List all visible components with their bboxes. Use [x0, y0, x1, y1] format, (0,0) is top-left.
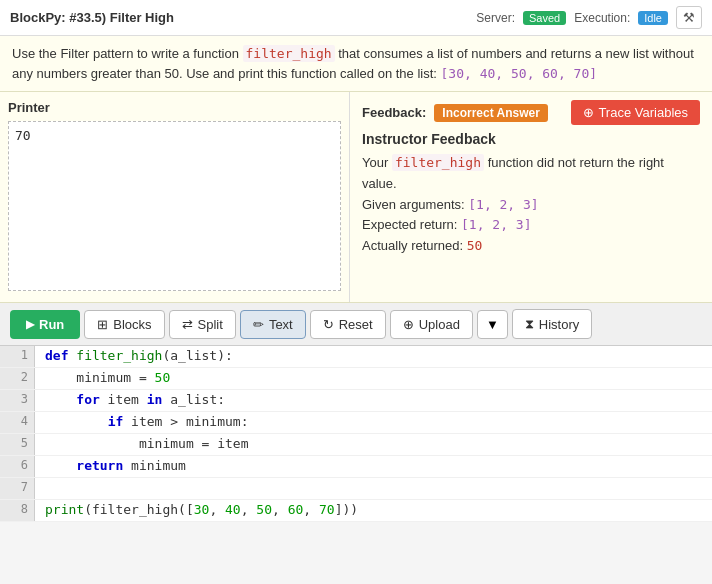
- feedback-code-fn: filter_high: [392, 154, 484, 171]
- line-content-6: return minimum: [35, 456, 196, 477]
- code-line-3: 3 for item in a_list:: [0, 390, 712, 412]
- split-button[interactable]: ⇄ Split: [169, 310, 236, 339]
- code-line-5: 5 minimum = item: [0, 434, 712, 456]
- line-content-5: minimum = item: [35, 434, 259, 455]
- server-info: Server: Saved Execution: Idle ⚒: [476, 6, 702, 29]
- feedback-text: Your filter_high function did not return…: [362, 153, 700, 257]
- split-label: Split: [198, 317, 223, 332]
- line-number-3: 3: [0, 390, 35, 411]
- returned-code: 50: [467, 238, 483, 253]
- line-content-1: def filter_high(a_list):: [35, 346, 243, 367]
- instructor-feedback-title: Instructor Feedback: [362, 131, 700, 147]
- top-bar: BlockPy: #33.5) Filter High Server: Save…: [0, 0, 712, 36]
- server-label: Server:: [476, 11, 515, 25]
- code-line-2: 2 minimum = 50: [0, 368, 712, 390]
- line-number-6: 6: [0, 456, 35, 477]
- blocks-icon: ⊞: [97, 317, 108, 332]
- description-list-code: [30, 40, 50, 60, 70]: [441, 66, 598, 81]
- given-args-label: Given arguments:: [362, 197, 465, 212]
- description-code-fn: filter_high: [243, 45, 335, 62]
- line-number-8: 8: [0, 500, 35, 521]
- line-content-4: if item > minimum:: [35, 412, 259, 433]
- feedback-label: Feedback:: [362, 105, 426, 120]
- description-text-before: Use the Filter pattern to write a functi…: [12, 46, 239, 61]
- line-content-3: for item in a_list:: [35, 390, 235, 411]
- reset-icon: ↻: [323, 317, 334, 332]
- printer-title: Printer: [8, 100, 341, 115]
- run-label: Run: [39, 317, 64, 332]
- feedback-text1: Your: [362, 155, 388, 170]
- printer-panel: Printer 70: [0, 92, 350, 302]
- upload-label: Upload: [419, 317, 460, 332]
- code-line-6: 6 return minimum: [0, 456, 712, 478]
- toolbar: Run ⊞ Blocks ⇄ Split ✏ Text ↻ Reset ⊕ Up…: [0, 303, 712, 346]
- execution-badge: Idle: [638, 11, 668, 25]
- code-line-1: 1 def filter_high(a_list):: [0, 346, 712, 368]
- text-label: Text: [269, 317, 293, 332]
- run-button[interactable]: Run: [10, 310, 80, 339]
- history-icon: ⧗: [525, 316, 534, 332]
- history-label: History: [539, 317, 579, 332]
- reset-button[interactable]: ↻ Reset: [310, 310, 386, 339]
- feedback-header: Feedback: Incorrect Answer ⊕ Trace Varia…: [362, 100, 700, 125]
- feedback-panel: Feedback: Incorrect Answer ⊕ Trace Varia…: [350, 92, 712, 302]
- history-button[interactable]: ⧗ History: [512, 309, 592, 339]
- code-editor[interactable]: 1 def filter_high(a_list): 2 minimum = 5…: [0, 346, 712, 522]
- line-number-5: 5: [0, 434, 35, 455]
- text-icon: ✏: [253, 317, 264, 332]
- expected-label: Expected return:: [362, 217, 457, 232]
- line-number-7: 7: [0, 478, 35, 499]
- plus-icon: ⊕: [583, 105, 594, 120]
- code-line-7: 7: [0, 478, 712, 500]
- blocks-button[interactable]: ⊞ Blocks: [84, 310, 164, 339]
- page-title: BlockPy: #33.5) Filter High: [10, 10, 174, 25]
- blocks-label: Blocks: [113, 317, 151, 332]
- trace-variables-button[interactable]: ⊕ Trace Variables: [571, 100, 700, 125]
- trace-btn-label: Trace Variables: [598, 105, 688, 120]
- line-number-4: 4: [0, 412, 35, 433]
- line-content-2: minimum = 50: [35, 368, 180, 389]
- feedback-badge: Incorrect Answer: [434, 104, 548, 122]
- upload-icon: ⊕: [403, 317, 414, 332]
- reset-label: Reset: [339, 317, 373, 332]
- line-content-7: [35, 478, 63, 499]
- line-number-1: 1: [0, 346, 35, 367]
- expected-code: [1, 2, 3]: [461, 217, 531, 232]
- middle-section: Printer 70 Feedback: Incorrect Answer ⊕ …: [0, 92, 712, 303]
- printer-output[interactable]: 70: [8, 121, 341, 291]
- line-content-8: print(filter_high([30, 40, 50, 60, 70])): [35, 500, 368, 521]
- server-badge: Saved: [523, 11, 566, 25]
- given-args-code: [1, 2, 3]: [468, 197, 538, 212]
- settings-button[interactable]: ⚒: [676, 6, 702, 29]
- upload-button[interactable]: ⊕ Upload: [390, 310, 473, 339]
- code-line-4: 4 if item > minimum:: [0, 412, 712, 434]
- text-button[interactable]: ✏ Text: [240, 310, 306, 339]
- description-panel: Use the Filter pattern to write a functi…: [0, 36, 712, 92]
- split-icon: ⇄: [182, 317, 193, 332]
- line-number-2: 2: [0, 368, 35, 389]
- returned-label: Actually returned:: [362, 238, 463, 253]
- execution-label: Execution:: [574, 11, 630, 25]
- code-line-8: 8 print(filter_high([30, 40, 50, 60, 70]…: [0, 500, 712, 522]
- upload-dropdown-button[interactable]: ▼: [477, 310, 508, 339]
